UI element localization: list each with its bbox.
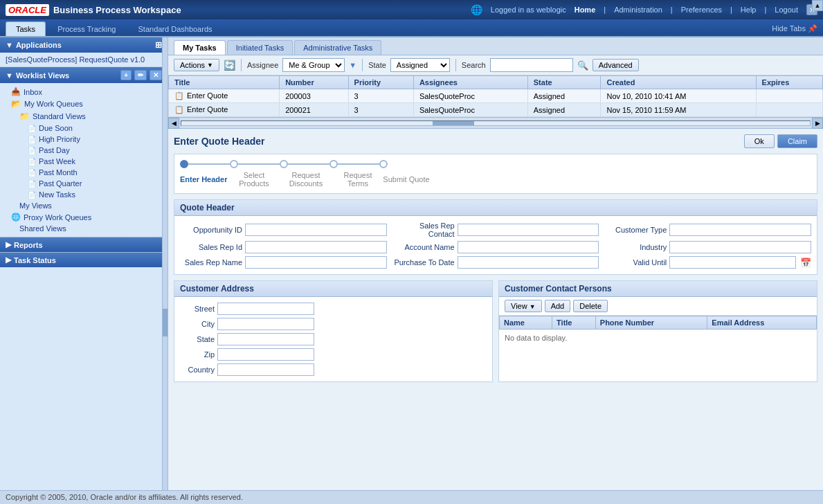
form-header: Enter Quote Header Ok Claim — [174, 134, 817, 148]
sidebar-item-proxy-work-queues[interactable]: 🌐 Proxy Work Queues — [0, 211, 168, 223]
sidebar-item-past-week[interactable]: 📄 Past Week — [0, 156, 168, 167]
sidebar-item-past-quarter[interactable]: 📄 Past Quarter — [0, 178, 168, 189]
sales-rep-id-input[interactable] — [245, 241, 387, 253]
task-status-header[interactable]: ▶ Task Status — [0, 253, 168, 267]
search-input[interactable] — [490, 58, 573, 72]
contact-col-title[interactable]: Title — [552, 316, 596, 330]
city-input[interactable] — [217, 318, 314, 330]
cell-number: 200003 — [280, 89, 348, 103]
state-input[interactable] — [217, 333, 314, 345]
scroll-left-arrow[interactable]: ◀ — [168, 118, 179, 129]
app-item-salesquote[interactable]: [SalesQuoteProcess] RequestQuote v1.0 — [0, 53, 168, 67]
cell-title[interactable]: 📋Enter Quote — [169, 89, 280, 103]
add-button[interactable]: Add — [545, 300, 571, 312]
applications-action-icon[interactable]: ⊞ — [155, 40, 162, 50]
assignee-select[interactable]: Me & Group Me Group — [282, 58, 345, 72]
nav-logout[interactable]: Logout — [775, 6, 798, 14]
delete-view-button[interactable]: ✕ — [150, 70, 162, 80]
delete-button[interactable]: Delete — [573, 300, 608, 312]
sales-rep-contact-input[interactable] — [458, 224, 599, 236]
reports-header[interactable]: ▶ Reports — [0, 237, 168, 252]
state-select[interactable]: Assigned Completed Suspended — [390, 58, 450, 72]
state-label: State — [368, 61, 386, 69]
no-data-text: No data to display. — [499, 330, 817, 346]
tab-my-tasks[interactable]: My Tasks — [174, 40, 226, 55]
refresh-button[interactable]: 🔄 — [224, 60, 235, 71]
tab-standard-dashboards[interactable]: Standard Dashboards — [128, 21, 223, 36]
contact-col-email[interactable]: Email Address — [707, 316, 817, 330]
ok-button[interactable]: Ok — [744, 134, 775, 148]
tab-tasks[interactable]: Tasks — [6, 21, 46, 36]
valid-until-input[interactable] — [669, 256, 796, 269]
advanced-button[interactable]: Advanced — [593, 59, 639, 71]
customer-type-input[interactable] — [669, 224, 811, 236]
tab-administrative-tasks[interactable]: Administrative Tasks — [294, 40, 381, 55]
sidebar-item-past-month[interactable]: 📄 Past Month — [0, 167, 168, 178]
col-priority[interactable]: Priority — [348, 76, 413, 89]
col-state[interactable]: State — [527, 76, 601, 89]
edit-view-button[interactable]: ✏ — [134, 70, 147, 80]
sidebar-item-my-work-queues[interactable]: 📂 My Work Queues — [0, 98, 168, 110]
contact-col-phone[interactable]: Phone Number — [595, 316, 707, 330]
step-label-3[interactable]: Request Discounts — [278, 171, 334, 188]
col-assignees[interactable]: Assignees — [413, 76, 527, 89]
step-label-2[interactable]: Select Products — [230, 171, 278, 188]
scroll-track[interactable] — [181, 120, 811, 126]
industry-input[interactable] — [669, 241, 811, 253]
sidebar-item-shared-views[interactable]: Shared Views — [0, 223, 168, 234]
worklist-views-header[interactable]: ▼ Worklist Views + ✏ ✕ — [0, 67, 168, 83]
opportunity-id-input[interactable] — [245, 224, 387, 236]
search-icon[interactable]: 🔍 — [577, 60, 588, 71]
contact-col-name[interactable]: Name — [500, 316, 552, 330]
zip-input[interactable] — [217, 348, 314, 361]
applications-header[interactable]: ▼ Applications ⊞ — [0, 37, 168, 53]
col-number[interactable]: Number — [280, 76, 348, 89]
step-label-4[interactable]: Request Terms — [334, 171, 382, 188]
hide-tabs-button[interactable]: Hide Tabs 📌 — [772, 24, 817, 33]
sidebar-item-inbox[interactable]: 📥 Inbox — [0, 86, 168, 98]
past-week-label: Past Week — [39, 157, 75, 165]
col-created[interactable]: Created — [601, 76, 756, 89]
nav-home[interactable]: Home — [575, 6, 596, 14]
sidebar-item-new-tasks[interactable]: 📄 New Tasks — [0, 189, 168, 200]
actions-button[interactable]: Actions ▼ — [174, 59, 219, 71]
table-row[interactable]: 📋Enter Quote 200003 3 SalesQuoteProc Ass… — [169, 89, 823, 103]
col-title[interactable]: Title — [169, 76, 280, 89]
sales-rep-contact-field: Sales RepContact — [392, 222, 599, 238]
step-label-1[interactable]: Enter Header — [180, 175, 230, 183]
toolbar-sep-1 — [241, 59, 242, 71]
sales-rep-name-input[interactable] — [245, 256, 387, 269]
claim-button[interactable]: Claim — [777, 134, 817, 148]
sidebar-scroll-thumb[interactable] — [163, 309, 168, 336]
task-table-wrapper: Title Number Priority Assignees State Cr… — [168, 75, 823, 118]
sidebar-item-past-day[interactable]: 📄 Past Day — [0, 145, 168, 156]
purchase-to-date-input[interactable] — [458, 256, 599, 269]
scroll-thumb[interactable] — [433, 121, 474, 125]
account-name-input[interactable] — [458, 241, 599, 253]
sidebar-item-high-priority[interactable]: 📄 High Priority — [0, 134, 168, 145]
tab-initiated-tasks[interactable]: Initiated Tasks — [227, 40, 293, 55]
sidebar-item-my-views[interactable]: My Views — [0, 200, 168, 211]
country-input[interactable] — [217, 363, 314, 376]
scroll-right-arrow[interactable]: ▶ — [812, 118, 823, 129]
cell-number: 200021 — [280, 103, 348, 117]
step-label-5[interactable]: Submit Quote — [382, 175, 431, 183]
tab-process-tracking[interactable]: Process Tracking — [47, 21, 126, 36]
col-expires[interactable]: Expires — [756, 76, 822, 89]
calendar-icon[interactable]: 📅 — [800, 258, 811, 268]
add-view-button[interactable]: + — [120, 70, 132, 80]
nav-help[interactable]: Help — [741, 6, 757, 14]
sidebar-item-due-soon[interactable]: 📄 Due Soon — [0, 123, 168, 134]
nav-administration[interactable]: Administration — [614, 6, 662, 14]
task-scrollbar[interactable]: ◀ ▶ ▲ — [168, 118, 823, 129]
view-button[interactable]: View ▼ — [505, 300, 542, 312]
street-input[interactable] — [217, 303, 314, 315]
main-layout: ▼ Applications ⊞ [SalesQuoteProcess] Req… — [0, 37, 823, 490]
cell-title[interactable]: 📋Enter Quote — [169, 103, 280, 117]
city-field: City — [180, 318, 487, 330]
sidebar-scrollbar[interactable] — [162, 37, 168, 490]
step-2-label: Select Products — [239, 171, 269, 188]
sidebar-item-standard-views[interactable]: 📁 Standard Views — [0, 110, 168, 123]
nav-preferences[interactable]: Preferences — [681, 6, 722, 14]
table-row[interactable]: 📋Enter Quote 200021 3 SalesQuoteProc Ass… — [169, 103, 823, 117]
